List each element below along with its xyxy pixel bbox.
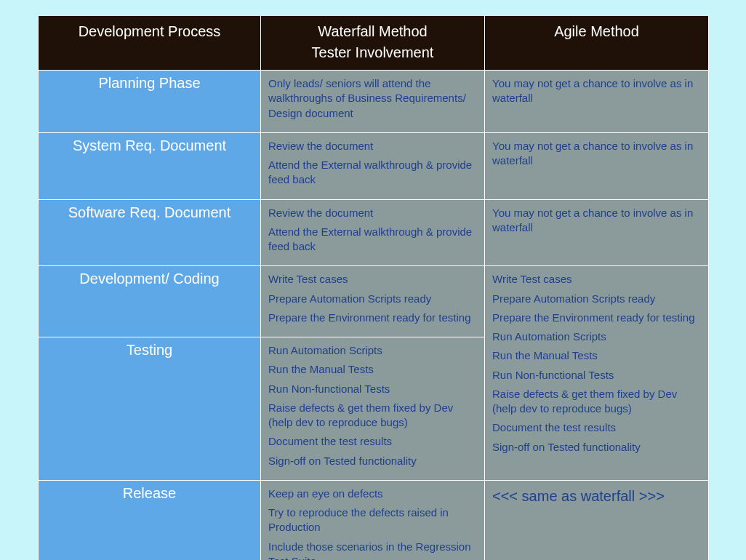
row-release: Release Keep an eye on defects Try to re… [39,480,709,560]
text: You may not get a chance to involve as i… [492,206,701,236]
text: Run Non-functional Tests [492,368,701,383]
row-sysreq: System Req. Document Review the document… [39,132,709,199]
waterfall-dev: Write Test cases Prepare Automation Scri… [261,266,485,337]
text: Run Automation Scripts [492,329,701,344]
agile-swreq: You may not get a chance to involve as i… [485,199,709,266]
text: Only leads/ seniors will attend the walk… [268,76,477,121]
text: Keep an eye on defects [268,487,477,501]
text: Document the test results [492,420,701,435]
phase-sysreq: System Req. Document [39,132,261,199]
phase-swreq: Software Req. Document [39,199,261,266]
comparison-table: Development Process Waterfall Method Tes… [38,16,709,560]
header-waterfall-line1: Waterfall Method [318,23,427,39]
text: Review the document [268,139,477,153]
phase-testing: Testing [39,337,261,481]
text: Prepare the Environment ready for testin… [268,311,477,325]
text: You may not get a chance to involve as i… [492,76,701,106]
text: Raise defects & get them fixed by Dev (h… [268,401,477,431]
text: Run the Manual Tests [492,348,701,363]
text: You may not get a chance to involve as i… [492,139,701,169]
text: Write Test cases [492,272,701,287]
text: Try to reproduce the defects raised in P… [268,505,477,535]
text: Run the Manual Tests [268,362,477,377]
text: Prepare Automation Scripts ready [268,292,477,306]
page-container: Development Process Waterfall Method Tes… [0,0,746,560]
agile-sysreq: You may not get a chance to involve as i… [485,132,709,199]
text: Run Non-functional Tests [268,382,477,396]
header-agile: Agile Method [485,16,709,71]
header-waterfall-line2: Tester Involvement [267,44,478,61]
waterfall-sysreq: Review the document Attend the External … [261,132,485,199]
text: Prepare the Environment ready for testin… [492,311,701,325]
waterfall-testing: Run Automation Scripts Run the Manual Te… [261,337,485,481]
waterfall-release: Keep an eye on defects Try to reproduce … [261,480,485,560]
text: Attend the External walkthrough & provid… [268,158,477,188]
text: Review the document [268,206,477,220]
phase-dev: Development/ Coding [39,266,261,337]
row-dev: Development/ Coding Write Test cases Pre… [39,266,709,337]
text: Document the test results [268,434,477,449]
table-header: Development Process Waterfall Method Tes… [39,16,709,71]
text: Write Test cases [268,272,477,287]
row-planning: Planning Phase Only leads/ seniors will … [39,71,709,133]
header-waterfall: Waterfall Method Tester Involvement [261,16,485,71]
agile-release: <<< same as waterfall >>> [485,480,709,560]
waterfall-swreq: Review the document Attend the External … [261,199,485,266]
phase-release: Release [39,480,261,560]
text: Sign-off on Tested functionality [268,454,477,468]
same-as-waterfall-note: <<< same as waterfall >>> [492,487,701,506]
text: Sign-off on Tested functionality [492,440,701,455]
row-swreq: Software Req. Document Review the docume… [39,199,709,266]
agile-dev-testing-merged: Write Test cases Prepare Automation Scri… [485,266,709,481]
text: Include those scenarios in the Regressio… [268,540,477,561]
text: Attend the External walkthrough & provid… [268,225,477,255]
agile-planning: You may not get a chance to involve as i… [485,71,709,133]
text: Run Automation Scripts [268,343,477,358]
text: Raise defects & get them fixed by Dev (h… [492,387,701,417]
waterfall-planning: Only leads/ seniors will attend the walk… [261,71,485,133]
text: Prepare Automation Scripts ready [492,292,701,306]
header-process: Development Process [39,16,261,71]
phase-planning: Planning Phase [39,71,261,133]
